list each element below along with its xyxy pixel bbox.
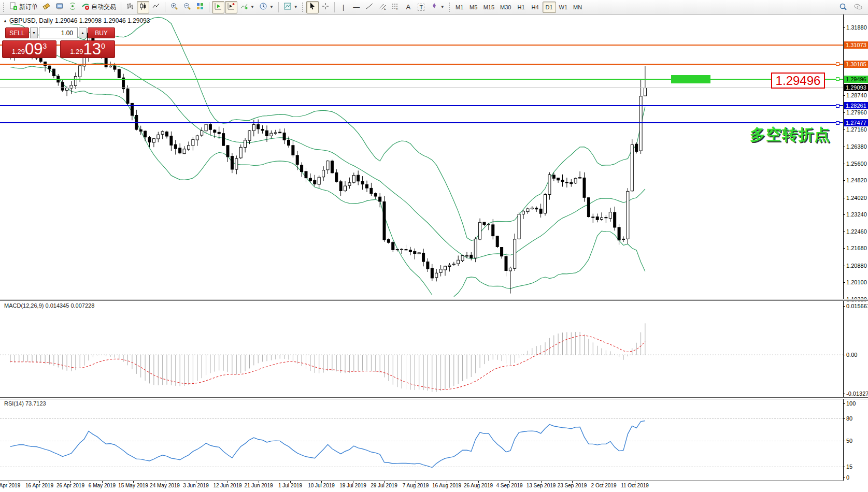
ohlc-readout: 1.29046 1.29098 1.29046 1.29093: [55, 17, 150, 24]
date-tick-label: 21 Jun 2019: [244, 483, 273, 488]
terminal-button[interactable]: [53, 1, 66, 13]
tab-timeframe-H4[interactable]: H4: [529, 2, 542, 13]
periods-button[interactable]: ▼: [257, 1, 276, 13]
toolbar-grip: [449, 3, 451, 12]
zoom-out-icon: [183, 2, 191, 12]
sell-button-label: SELL: [9, 30, 24, 37]
price-badge: 1.31073: [844, 41, 868, 49]
zoom-in-icon: [170, 2, 178, 12]
horizontal-line-button[interactable]: —: [350, 1, 363, 13]
crosshair-button[interactable]: [319, 1, 332, 13]
date-tick-label: 12 Jun 2019: [213, 483, 241, 488]
volume-input[interactable]: 1.00: [39, 27, 78, 38]
pane-separator[interactable]: [0, 299, 868, 301]
candlestick-chart-button[interactable]: [137, 1, 149, 13]
tab-timeframe-D1[interactable]: D1: [543, 2, 556, 13]
tab-timeframe-W1[interactable]: W1: [557, 2, 571, 13]
horizontal-level-line[interactable]: [0, 88, 843, 88]
zoom-out-button[interactable]: [181, 1, 193, 13]
rsi-tick-label: 15: [846, 464, 852, 470]
sell-price-head: 1.29: [12, 48, 25, 55]
trendline-button[interactable]: [363, 1, 376, 13]
cursor-icon: [308, 2, 317, 12]
price-tick-label: 1.26380: [846, 143, 867, 150]
line-drag-handle[interactable]: [836, 77, 839, 81]
signals-icon: [68, 2, 77, 12]
eraser-button[interactable]: [40, 1, 53, 13]
price-tick-label: 1.22460: [846, 228, 867, 235]
search-icon: [839, 3, 847, 12]
pane-separator[interactable]: [0, 397, 868, 399]
highlight-rectangle[interactable]: [671, 75, 710, 83]
auto-trading-icon: [81, 2, 90, 12]
date-tick-label: 15 May 2019: [118, 483, 148, 488]
tab-timeframe-M30[interactable]: M30: [497, 2, 514, 13]
label-button[interactable]: T: [415, 1, 428, 13]
horizontal-line-icon: —: [353, 4, 360, 10]
toolbar-separator: [278, 2, 279, 12]
price-tick-label: 1.20100: [846, 279, 867, 285]
tab-timeframe-M5[interactable]: M5: [467, 2, 480, 13]
tile-windows-button[interactable]: [194, 1, 206, 13]
line-chart-button[interactable]: [150, 1, 162, 13]
price-callout-box[interactable]: 1.29496: [771, 73, 825, 89]
chevron-down-icon: ▼: [32, 31, 36, 35]
line-drag-handle[interactable]: [836, 62, 839, 66]
svg-text:F: F: [396, 7, 399, 10]
templates-button[interactable]: ▼: [281, 1, 300, 13]
price-badge: 1.29496: [844, 76, 868, 83]
rsi-tick-label: 100: [846, 400, 856, 407]
volume-up-button[interactable]: ▲: [79, 27, 87, 38]
date-tick-label: 29 Jul 2019: [371, 483, 397, 488]
sell-price-box[interactable]: 1.29093: [2, 40, 56, 58]
date-tick-label: 26 Aug 2019: [464, 483, 493, 488]
chat-button[interactable]: [851, 1, 865, 13]
horizontal-level-line[interactable]: [0, 122, 843, 123]
date-tick-label: 16 Apr 2019: [25, 483, 53, 488]
template-icon: [283, 2, 292, 12]
horizontal-level-line[interactable]: [0, 105, 843, 106]
volume-down-button[interactable]: ▼: [30, 27, 38, 38]
signals-button[interactable]: [66, 1, 79, 13]
buy-price-box[interactable]: 1.29130: [60, 40, 115, 58]
horizontal-level-line[interactable]: [0, 79, 843, 80]
buy-price-pip: 0: [101, 42, 105, 50]
vertical-line-button[interactable]: |: [337, 1, 350, 13]
label-icon: T: [418, 4, 424, 11]
macd-tick-label: 0.015661: [846, 303, 868, 309]
text-button[interactable]: A: [402, 1, 415, 13]
date-tick-label: 1 Jul 2019: [278, 483, 302, 488]
terminal-icon: [55, 2, 64, 12]
bar-chart-button[interactable]: [124, 1, 136, 13]
tab-timeframe-M1[interactable]: M1: [453, 2, 466, 13]
chart-title: ▲ GBPUSD, Daily 1.29046 1.29098 1.29046 …: [3, 17, 150, 24]
arrows-button[interactable]: ▼: [428, 1, 447, 13]
price-callout-text: 1.29496: [776, 74, 821, 88]
buy-button[interactable]: BUY: [88, 27, 115, 38]
tab-timeframe-M15[interactable]: M15: [481, 2, 497, 13]
collapse-arrow-icon[interactable]: ▲: [3, 19, 7, 23]
chart-shift-button[interactable]: [225, 1, 237, 13]
chevron-down-icon: ▼: [269, 5, 274, 9]
tab-timeframe-MN[interactable]: MN: [571, 2, 585, 13]
price-tick-label: 1.21680: [846, 245, 867, 251]
search-button[interactable]: [837, 1, 849, 13]
date-tick-label: 3 Jun 2019: [183, 483, 209, 488]
buy-button-label: BUY: [95, 30, 108, 37]
new-order-button[interactable]: 新订单: [7, 1, 40, 13]
horizontal-level-line[interactable]: [0, 64, 843, 65]
indicators-button[interactable]: ▼: [238, 1, 257, 13]
tab-timeframe-H1[interactable]: H1: [515, 2, 528, 13]
zoom-in-button[interactable]: [168, 1, 180, 13]
trendline-icon: [365, 2, 374, 12]
line-drag-handle[interactable]: [836, 104, 839, 108]
line-drag-handle[interactable]: [836, 121, 839, 125]
auto-trading-button[interactable]: 自动交易: [79, 1, 118, 13]
sell-button[interactable]: SELL: [5, 27, 29, 38]
fibonacci-button[interactable]: F: [389, 1, 402, 13]
cursor-button[interactable]: [306, 1, 319, 13]
auto-scroll-button[interactable]: [212, 1, 224, 13]
turning-point-annotation[interactable]: 多空转折点: [750, 124, 830, 146]
channel-button[interactable]: E: [376, 1, 389, 13]
horizontal-level-line[interactable]: [0, 45, 843, 46]
